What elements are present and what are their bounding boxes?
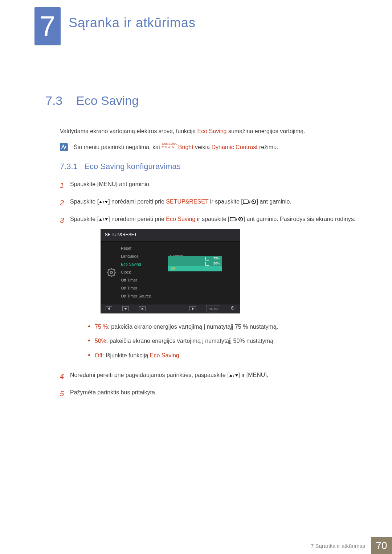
- svg-line-14: [108, 269, 109, 270]
- note-text: Šio meniu pasirinkti negalima, kai SAMSU…: [74, 143, 278, 152]
- up-down-icon: /: [229, 371, 238, 381]
- bullet-75: 75 %: pakeičia ekrano energijos vartojim…: [87, 322, 367, 332]
- svg-line-16: [108, 275, 109, 275]
- step-4: 4 Norėdami pereiti prie pageidaujamos pa…: [60, 370, 367, 382]
- subsection-number: 7.3.1: [60, 162, 78, 171]
- page-number: 70: [371, 537, 392, 554]
- note-row: Šio meniu pasirinkti negalima, kai SAMSU…: [60, 143, 367, 152]
- osd-row-eco-saving: Eco Saving : 75% 50% Off: [119, 260, 236, 268]
- svg-text:/: /: [103, 200, 104, 204]
- term-eco-saving: Eco Saving: [197, 128, 227, 134]
- step-3: 3 Spauskite [/] norėdami pereiti prie Ec…: [60, 214, 367, 365]
- term-setup-reset: SETUP&RESET: [166, 198, 208, 205]
- subsection-heading: 7.3.1 Eco Saving konfigūravimas: [60, 162, 367, 171]
- osd-eco-options: 75% 50% Off: [168, 256, 222, 272]
- note-icon: [60, 143, 68, 151]
- chapter-title: Sąranka ir atkūrimas: [69, 15, 196, 30]
- osd-row-on-timer-source: On Timer Source: [119, 292, 236, 300]
- svg-rect-5: [230, 217, 235, 221]
- menu-button-label: MENU: [99, 181, 116, 187]
- osd-down-icon: [122, 306, 129, 311]
- osd-row-on-timer: On Timer: [119, 284, 236, 292]
- menu-button-label: MENU: [248, 372, 265, 378]
- osd-eco-off: Off: [168, 266, 222, 271]
- steps-list: 1 Spauskite [MENU] ant gaminio. 2 Spausk…: [60, 179, 367, 400]
- osd-auto-label: AUTO: [206, 305, 220, 312]
- samsung-magic-label: SAMSUNGMAGIC: [162, 143, 178, 148]
- page-content: 7.3 Eco Saving Valdydama ekrano vartojam…: [45, 94, 367, 405]
- subsection-title: Eco Saving konfigūravimas: [84, 162, 180, 171]
- osd-power-icon: [230, 305, 235, 312]
- bullet-list: 75 %: pakeičia ekrano energijos vartojim…: [87, 322, 367, 360]
- svg-line-17: [114, 269, 115, 270]
- osd-screenshot: SETUP&RESET Reset Language: English Eco …: [101, 229, 240, 313]
- bullet-50: 50%: pakeičia ekrano energijos vartojimą…: [87, 336, 367, 346]
- step-2: 2 Spauskite [/] norėdami pereiti prie SE…: [60, 197, 367, 209]
- step-1: 1 Spauskite [MENU] ant gaminio.: [60, 179, 367, 192]
- section-heading: 7.3 Eco Saving: [45, 94, 367, 108]
- osd-footer: AUTO: [101, 304, 240, 313]
- footer-text: 7 Sąranka ir atkūrimas: [311, 537, 371, 554]
- osd-eco-50: 50%: [168, 261, 222, 266]
- term-dynamic-contrast: Dynamic Contrast: [211, 144, 257, 150]
- svg-text:/: /: [103, 217, 104, 222]
- osd-up-icon: [139, 306, 146, 311]
- svg-text:/: /: [249, 199, 250, 204]
- chapter-number-box: 7: [34, 7, 61, 45]
- osd-title: SETUP&RESET: [101, 229, 240, 242]
- section-number: 7.3: [45, 94, 62, 107]
- intro-paragraph: Valdydama ekrano vartojamą elektros srov…: [60, 127, 367, 136]
- source-enter-icon: /: [243, 197, 257, 208]
- osd-eco-75: 75%: [168, 256, 222, 261]
- up-down-icon: /: [99, 197, 108, 208]
- step-5: 5 Pažymėta parinktis bus pritaikyta.: [60, 387, 367, 400]
- svg-rect-1: [243, 200, 248, 204]
- up-down-icon: /: [99, 215, 108, 225]
- osd-right-icon: [189, 306, 196, 311]
- svg-text:/: /: [233, 373, 234, 378]
- osd-left-icon: [106, 306, 112, 311]
- term-eco-saving: Eco Saving: [166, 216, 195, 222]
- osd-row-off-timer: Off Timer: [119, 276, 236, 284]
- svg-line-15: [114, 275, 115, 275]
- bullet-off: Off: Išjunkite funkciją Eco Saving.: [87, 351, 367, 360]
- source-enter-icon: /: [230, 215, 244, 225]
- page-footer: 7 Sąranka ir atkūrimas 70: [0, 537, 392, 554]
- chapter-header: 7 Sąranka ir atkūrimas: [34, 7, 196, 45]
- osd-row-reset: Reset: [119, 245, 236, 253]
- svg-point-9: [110, 271, 113, 274]
- gear-icon: [107, 268, 116, 277]
- svg-text:/: /: [236, 217, 237, 222]
- section-title: Eco Saving: [76, 94, 139, 107]
